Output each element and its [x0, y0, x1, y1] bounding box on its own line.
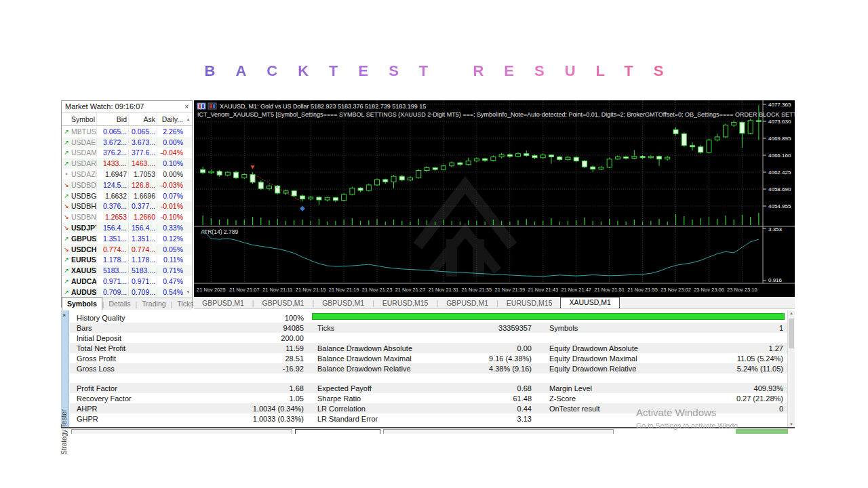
stat-value: 11.05 (5.24%): [684, 354, 787, 363]
up-trend-icon: ↗: [62, 256, 71, 263]
market-watch-row[interactable]: ↘USDBND1.26531.2660-0.10%: [62, 211, 192, 222]
tester-row[interactable]: Profit Factor1.68Expected Payoff0.68Marg…: [70, 383, 787, 393]
tester-scrollbar[interactable]: ▲ ▼: [787, 310, 795, 427]
col-daily: Daily...: [157, 113, 184, 125]
stat-value: 61.48: [452, 394, 532, 403]
stat-value: 0.27 (21.28%): [684, 394, 787, 403]
market-watch-row[interactable]: ↗USDAED3.672...3.673...0.00%: [62, 137, 192, 148]
stat-value: 409.93%: [684, 384, 787, 392]
svg-text:0.916: 0.916: [768, 277, 783, 283]
market-watch-tab-symbols[interactable]: Symbols: [62, 297, 102, 310]
scroll-down-icon[interactable]: ▼: [788, 422, 795, 426]
bid-value: 3.672...: [96, 138, 128, 146]
tester-tab[interactable]: [383, 429, 614, 434]
svg-text:23 Nov 23:10: 23 Nov 23:10: [727, 287, 757, 293]
tester-row[interactable]: Total Net Profit11.59Balance Drawdown Ab…: [70, 343, 787, 353]
up-trend-icon: ↗: [62, 289, 71, 296]
chart-window[interactable]: 21 Nov 202521 Nov 21:0721 Nov 21:1121 No…: [194, 100, 795, 297]
market-watch-row[interactable]: ↗USDARS1433....1463....0.10%: [62, 158, 192, 169]
stat-label: History Quality: [70, 314, 239, 322]
chart-tab[interactable]: EURUSD,M15: [498, 298, 561, 308]
tester-row[interactable]: Initial Deposit200.00: [70, 333, 787, 343]
svg-text:4054.955: 4054.955: [768, 203, 791, 209]
tester-row[interactable]: Gross Loss-16.92Balance Drawdown Relativ…: [70, 363, 787, 373]
market-watch-row[interactable]: ↘USDBDT124.5...126.8...-0.03%: [62, 180, 192, 190]
market-watch-row[interactable]: •USDAZN1.69471.70530.00%: [62, 169, 192, 180]
bid-value: 0.065...: [96, 127, 128, 136]
daily-change: -0.01%: [157, 202, 184, 210]
scroll-up-icon[interactable]: ▲: [788, 311, 795, 315]
stat-value: 28.51: [239, 354, 304, 363]
tester-tab[interactable]: [71, 429, 292, 434]
stat-label: LR Standard Error: [304, 415, 452, 423]
down-trend-icon: ↘: [62, 182, 71, 188]
up-trend-icon: ↗: [62, 267, 71, 274]
symbol-name: EURUSD: [71, 256, 96, 264]
stat-value: 33359357: [452, 324, 532, 332]
stat-label: LR Correlation: [304, 405, 452, 413]
ask-value: 1.7053: [128, 170, 157, 178]
market-watch-row[interactable]: ↘USDJPY156.4...156.4...0.33%: [62, 222, 192, 233]
stat-label: Equity Drawdown Absolute: [532, 344, 684, 352]
stat-label: Balance Drawdown Maximal: [304, 354, 452, 363]
strategy-tester-sidebar[interactable]: Strategy Tester: [61, 310, 69, 427]
down-trend-icon: ↘: [62, 224, 71, 231]
close-icon[interactable]: ×: [62, 312, 66, 319]
market-watch-row[interactable]: ↗MBTUSD0.065...0.065...2.26%: [62, 126, 192, 137]
up-trend-icon: ↗: [62, 235, 71, 242]
stat-label: AHPR: [70, 405, 239, 413]
stat-label: Balance Drawdown Relative: [304, 365, 452, 373]
chart-tab[interactable]: GBPUSD,M1: [254, 298, 313, 308]
col-spacer: [62, 113, 71, 125]
ask-value: 5183....: [128, 266, 157, 274]
stat-value: 1.0033 (0.33%): [239, 415, 304, 423]
down-trend-icon: ↘: [62, 246, 71, 253]
up-trend-icon: ↗: [62, 149, 71, 156]
col-ask: Ask: [128, 113, 157, 125]
market-watch-row[interactable]: ↗EURUSD1.178...1.178...0.11%: [62, 255, 192, 266]
symbol-name: USDAED: [71, 138, 96, 146]
svg-text:21 Nov 21:51: 21 Nov 21:51: [594, 287, 625, 293]
chart-tab[interactable]: XAUUSD,M1: [560, 297, 619, 308]
market-watch-row[interactable]: ↘USDBHD0.376...0.377...-0.01%: [62, 201, 192, 212]
up-trend-icon: ↗: [62, 278, 71, 285]
close-icon[interactable]: ×: [184, 101, 189, 113]
bid-value: 156.4...: [96, 224, 128, 232]
stat-label: GHPR: [70, 415, 239, 423]
tester-row[interactable]: Bars94085Ticks33359357Symbols1: [70, 323, 787, 333]
daily-change: 0.47%: [157, 277, 184, 285]
stat-value: 3.13: [452, 415, 532, 423]
chart-tab[interactable]: GBPUSD,M1: [194, 298, 252, 308]
stat-value: 1.05: [239, 394, 304, 403]
symbol-name: AUDUSD: [71, 288, 96, 296]
svg-text:21 Nov 21:11: 21 Nov 21:11: [262, 287, 292, 293]
market-watch-row[interactable]: ↗AUDCAD0.971...0.971...0.47%: [62, 276, 192, 287]
down-trend-icon: ↘: [62, 214, 71, 220]
chart-tab[interactable]: GBPUSD,M1: [314, 298, 372, 308]
tester-tab-active[interactable]: [295, 429, 380, 434]
market-watch-row[interactable]: ↗USDAMD376.2...377.6...-0.04%: [62, 148, 192, 159]
up-trend-icon: ↗: [62, 160, 71, 167]
market-watch-row[interactable]: ↗GBPUSD1.351...1.351...0.12%: [62, 233, 192, 244]
svg-text:21 Nov 21:07: 21 Nov 21:07: [229, 287, 260, 293]
scrollbar-thumb[interactable]: [789, 319, 794, 348]
market-watch-tab-details[interactable]: Details: [104, 299, 136, 309]
market-watch-row[interactable]: ↗AUDUSD0.709...0.709...0.54%▼: [62, 287, 192, 298]
stat-label: Gross Loss: [70, 365, 239, 373]
chart-tab[interactable]: GBPUSD,M1: [438, 298, 496, 308]
daily-change: 0.11%: [157, 256, 184, 264]
market-watch-row[interactable]: ↗XAUUSD5183....5183....0.71%: [62, 265, 192, 276]
tester-row[interactable]: Gross Profit28.51Balance Drawdown Maxima…: [70, 353, 787, 363]
svg-text:4058.690: 4058.690: [768, 186, 791, 192]
symbol-name: USDBND: [71, 213, 96, 221]
svg-text:21 Nov 21:23: 21 Nov 21:23: [362, 287, 393, 293]
market-watch-tab-trading[interactable]: Trading: [137, 299, 170, 309]
daily-change: 0.54%: [157, 288, 184, 296]
tester-row[interactable]: Recovery Factor1.05Sharpe Ratio61.48Z-Sc…: [70, 393, 787, 403]
stat-label: Total Net Profit: [70, 344, 239, 352]
chart-tab[interactable]: EURUSD,M15: [374, 298, 437, 308]
market-watch-row[interactable]: ↘USDCHF0.774...0.774...0.05%: [62, 244, 192, 255]
svg-text:21 Nov 21:27: 21 Nov 21:27: [395, 287, 426, 293]
market-watch-row[interactable]: ↗USDBGN1.66321.66960.07%: [62, 190, 192, 201]
ask-value: 377.6...: [128, 148, 157, 157]
